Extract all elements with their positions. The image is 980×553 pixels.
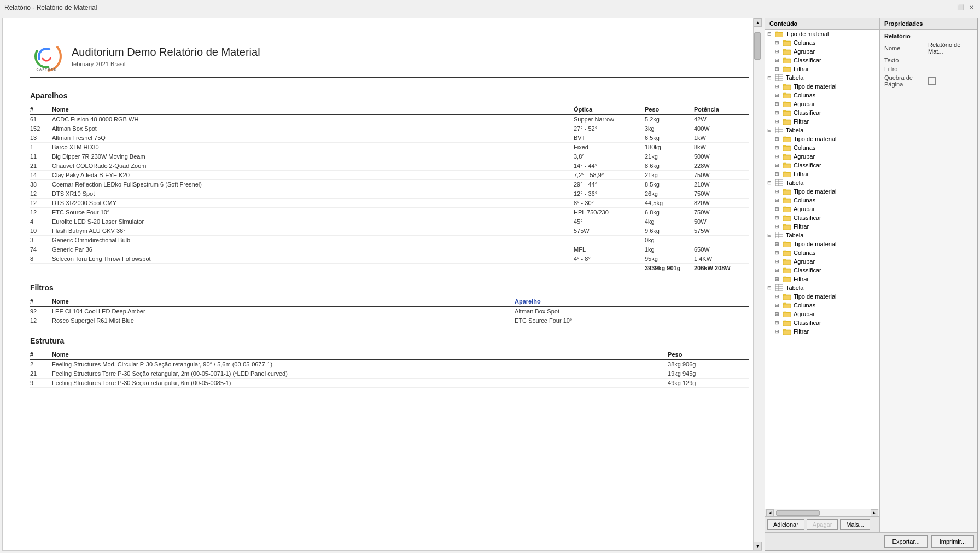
exportar-button[interactable]: Exportar... <box>884 535 928 548</box>
tree-item-table[interactable]: ⊟ Tabela <box>765 178 879 187</box>
tree-item-folder[interactable]: ⊞ Filtrar <box>765 170 879 178</box>
minimize-button[interactable]: — <box>945 3 954 12</box>
expand-icon[interactable]: ⊞ <box>775 49 781 54</box>
table-cell: 180kg <box>645 143 694 152</box>
table-cell: 750W <box>694 171 749 180</box>
expand-icon[interactable]: ⊞ <box>775 171 781 177</box>
tree-item-folder[interactable]: ⊞ Classificar <box>765 318 879 327</box>
expand-icon[interactable]: ⊞ <box>775 329 781 334</box>
tree-item-folder[interactable]: ⊞ Classificar <box>765 213 879 222</box>
tree-item-folder[interactable]: ⊞ Tipo de material <box>765 240 879 248</box>
tree-item-label: Agrupar <box>794 258 815 265</box>
tree-item-folder[interactable]: ⊞ Colunas <box>765 301 879 310</box>
expand-icon[interactable]: ⊞ <box>775 57 781 63</box>
table-cell: 5,2kg <box>645 115 694 124</box>
expand-icon[interactable]: ⊞ <box>775 302 781 308</box>
prop-quebra-checkbox[interactable] <box>928 77 936 85</box>
expand-icon[interactable]: ⊞ <box>775 92 781 98</box>
tree-item-folder[interactable]: ⊞ Classificar <box>765 266 879 275</box>
svg-rect-10 <box>775 74 783 81</box>
table-row: 1Barco XLM HD30Fixed180kg8kW <box>30 143 749 152</box>
expand-icon[interactable]: ⊞ <box>775 66 781 72</box>
expand-icon[interactable]: ⊟ <box>767 75 774 80</box>
expand-icon[interactable]: ⊟ <box>767 285 774 290</box>
tree-item-folder[interactable]: ⊞ Filtrar <box>765 65 879 73</box>
tree-item-folder[interactable]: ⊞ Classificar <box>765 56 879 65</box>
expand-icon[interactable]: ⊞ <box>775 162 781 168</box>
more-button[interactable]: Mais... <box>840 519 870 530</box>
add-button[interactable]: Adicionar <box>767 519 804 530</box>
scroll-up-arrow[interactable]: ▲ <box>754 18 762 27</box>
scroll-down-arrow[interactable]: ▼ <box>754 542 762 550</box>
expand-icon[interactable]: ⊞ <box>775 119 781 124</box>
expand-icon[interactable]: ⊞ <box>775 241 781 247</box>
h-scroll-left[interactable]: ◄ <box>766 509 774 517</box>
expand-icon[interactable]: ⊞ <box>775 101 781 107</box>
tree-item-folder[interactable]: ⊞ Agrupar <box>765 100 879 108</box>
delete-button[interactable]: Apagar <box>807 519 838 530</box>
report-scroll-content[interactable]: CAPTURE Auditorium Demo Relatório de Mat… <box>3 18 762 550</box>
tree-item-folder[interactable]: ⊞ Agrupar <box>765 257 879 266</box>
maximize-button[interactable]: ⬜ <box>956 3 965 12</box>
tree-item-folder[interactable]: ⊞ Filtrar <box>765 327 879 336</box>
expand-icon[interactable]: ⊞ <box>775 110 781 115</box>
tree-item-folder[interactable]: ⊞ Colunas <box>765 196 879 205</box>
tree-item-folder[interactable]: ⊞ Tipo de material <box>765 82 879 91</box>
tree-item-folder[interactable]: ⊞ Agrupar <box>765 205 879 213</box>
expand-icon[interactable]: ⊞ <box>775 311 781 317</box>
scroll-thumb[interactable] <box>754 32 761 60</box>
tree-item-folder[interactable]: ⊞ Agrupar <box>765 310 879 318</box>
svg-point-1 <box>34 44 59 69</box>
tree-item-folder[interactable]: ⊞ Colunas <box>765 248 879 257</box>
tree-item-folder[interactable]: ⊞ Agrupar <box>765 152 879 161</box>
expand-icon[interactable]: ⊟ <box>767 180 774 185</box>
expand-icon[interactable]: ⊞ <box>775 189 781 194</box>
imprimir-button[interactable]: Imprimir... <box>931 535 974 548</box>
expand-icon[interactable]: ⊞ <box>775 250 781 255</box>
tree-item-folder[interactable]: ⊟ Tipo de material <box>765 30 879 38</box>
expand-icon[interactable]: ⊞ <box>775 224 781 229</box>
tree-item-table[interactable]: ⊟ Tabela <box>765 73 879 82</box>
tree-item-folder[interactable]: ⊞ Filtrar <box>765 222 879 231</box>
expand-icon[interactable]: ⊟ <box>767 31 774 37</box>
expand-icon[interactable]: ⊞ <box>775 154 781 159</box>
tree-item-table[interactable]: ⊟ Tabela <box>765 126 879 135</box>
tree-item-table[interactable]: ⊟ Tabela <box>765 231 879 240</box>
tree-item-folder[interactable]: ⊞ Classificar <box>765 161 879 170</box>
tree-item-label: Colunas <box>794 249 815 256</box>
expand-icon[interactable]: ⊞ <box>775 259 781 264</box>
expand-icon[interactable]: ⊞ <box>775 145 781 150</box>
expand-icon[interactable]: ⊞ <box>775 40 781 45</box>
h-scroll-thumb[interactable] <box>776 510 820 516</box>
tree-item-folder[interactable]: ⊞ Classificar <box>765 108 879 117</box>
tree-item-folder[interactable]: ⊞ Tipo de material <box>765 292 879 301</box>
tree-item-table[interactable]: ⊟ Tabela <box>765 283 879 292</box>
folder-icon <box>783 259 792 265</box>
expand-icon[interactable]: ⊞ <box>775 84 781 89</box>
expand-icon[interactable]: ⊞ <box>775 294 781 299</box>
tree-container[interactable]: ⊟ Tipo de material⊞ Colunas⊞ Agrupar⊞ Cl… <box>765 30 879 509</box>
tree-item-folder[interactable]: ⊞ Filtrar <box>765 117 879 126</box>
expand-icon[interactable]: ⊞ <box>775 267 781 273</box>
horizontal-scrollbar[interactable]: ◄ ► <box>765 509 879 516</box>
expand-icon[interactable]: ⊞ <box>775 197 781 203</box>
tree-item-folder[interactable]: ⊞ Colunas <box>765 38 879 47</box>
expand-icon[interactable]: ⊞ <box>775 215 781 220</box>
h-scroll-right[interactable]: ► <box>871 509 878 517</box>
tree-item-folder[interactable]: ⊞ Colunas <box>765 143 879 152</box>
tree-item-folder[interactable]: ⊞ Agrupar <box>765 47 879 56</box>
expand-icon[interactable]: ⊟ <box>767 232 774 238</box>
table-cell: 12 <box>30 208 52 217</box>
table-cell: 44,5kg <box>645 199 694 208</box>
tree-item-folder[interactable]: ⊞ Colunas <box>765 91 879 100</box>
expand-icon[interactable]: ⊞ <box>775 320 781 325</box>
close-button[interactable]: ✕ <box>967 3 976 12</box>
expand-icon[interactable]: ⊞ <box>775 206 781 212</box>
expand-icon[interactable]: ⊟ <box>767 127 774 133</box>
tree-item-folder[interactable]: ⊞ Tipo de material <box>765 135 879 143</box>
expand-icon[interactable]: ⊞ <box>775 276 781 282</box>
tree-item-folder[interactable]: ⊞ Tipo de material <box>765 187 879 196</box>
expand-icon[interactable]: ⊞ <box>775 136 781 142</box>
vertical-scrollbar[interactable]: ▲ ▼ <box>753 18 762 550</box>
tree-item-folder[interactable]: ⊞ Filtrar <box>765 275 879 283</box>
